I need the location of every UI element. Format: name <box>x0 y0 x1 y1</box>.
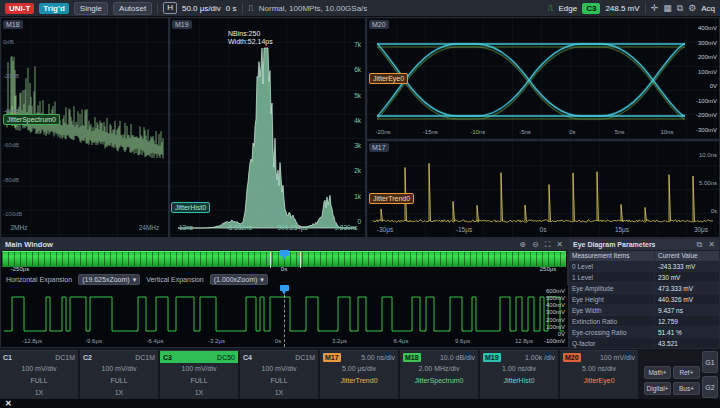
nbins-text: NBins:250 <box>228 30 273 38</box>
acq-button[interactable]: Acq <box>701 4 715 13</box>
eye-parameters-title: Eye Diagram Parameters <box>573 241 656 248</box>
channel-strip-m17[interactable]: M175.00 ns/div5.00 μs/divJitterTrend0 <box>320 350 399 399</box>
channel-strip-c4[interactable]: C4DC1M100 mV/divFULL1X <box>240 350 319 399</box>
panel-tag-m19: M19 <box>172 20 192 29</box>
strip-value: 1X <box>0 387 78 399</box>
trace-name: JitterHist0 <box>480 375 558 387</box>
close-icon[interactable]: ✕ <box>556 240 563 250</box>
strip-value: 2.00 MHz/div <box>400 363 478 375</box>
strip-value <box>560 387 638 399</box>
zoom-center-marker[interactable] <box>280 285 289 291</box>
fit-icon[interactable]: ⛶ <box>545 240 551 250</box>
table-row[interactable]: Eye Width9.437 ns <box>569 305 719 316</box>
channel-coupling: 10.0 dB/div <box>440 354 475 361</box>
trigger-type[interactable]: Edge <box>558 4 577 13</box>
jitter-spectrum-panel: M18 0dB-20dB-40dB-60dB-80dB-100dB 2MHz24… <box>0 17 169 238</box>
trace-label-chip[interactable]: JitterSpectrum0 <box>3 114 60 125</box>
spectrum-waveform <box>1 18 168 237</box>
strip-value: 100 mV/div <box>160 363 238 375</box>
ref-add-button[interactable]: Ref+ <box>673 366 700 379</box>
strip-value: 100 mV/div <box>0 363 78 375</box>
measurement-item: Q-factor <box>569 338 655 348</box>
channel-coupling: DC50 <box>217 354 235 361</box>
measurement-value: 9.437 ns <box>655 305 719 315</box>
table-row[interactable]: Q-factor43.521 <box>569 338 719 349</box>
channel-strip-c1[interactable]: C1DC1M100 mV/divFULL1X <box>0 350 79 399</box>
digital-add-button[interactable]: Digital+ <box>644 382 671 395</box>
measurement-item: 1 Level <box>569 272 655 282</box>
horizontal-scale[interactable]: 50.0 μs/div <box>182 4 221 13</box>
zoom-region-right-handle[interactable] <box>300 252 301 268</box>
horizontal-offset[interactable]: 0 s <box>226 4 237 13</box>
display-icon[interactable]: ▦ <box>663 2 672 14</box>
trigger-source-badge[interactable]: C3 <box>582 3 600 14</box>
strip-header: M191.00k /div <box>480 351 558 363</box>
strip-header: C4DC1M <box>240 351 318 363</box>
strip-value: 1X <box>240 387 318 399</box>
zoom-region-marker[interactable] <box>280 250 289 256</box>
autoset-button[interactable]: Autoset <box>113 2 152 15</box>
footer-bar: ✕ <box>0 399 720 408</box>
trace-name: JitterSpectrum0 <box>400 375 478 387</box>
channel-coupling: 5.00 ns/div <box>361 354 395 361</box>
zoom-in-icon[interactable]: ⊕ <box>519 240 526 250</box>
strip-header: M1810.0 dB/div <box>400 351 478 363</box>
zoom-region-left-handle[interactable] <box>270 252 271 268</box>
quick-menu-x-icon[interactable]: ✕ <box>5 399 12 408</box>
group-tab-g1[interactable]: G1 <box>702 351 718 373</box>
channel-coupling: DC1M <box>295 354 315 361</box>
cursor-icon[interactable]: ✛ <box>651 2 659 14</box>
strip-value: 5.00 ns/div <box>560 363 638 375</box>
strip-value: 100 mV/div <box>240 363 318 375</box>
strip-value <box>400 387 478 399</box>
zoom-out-icon[interactable]: ⊖ <box>532 240 539 250</box>
strip-value: FULL <box>240 375 318 387</box>
column-measurement-items: Measurement Items <box>569 251 655 261</box>
settings-icon[interactable]: ⚙ <box>688 2 696 14</box>
table-row[interactable]: Eye Height440.326 mV <box>569 294 719 305</box>
measurement-item: Extinction Ratio <box>569 316 655 326</box>
trigger-level[interactable]: 248.5 mV <box>605 4 639 13</box>
group-tab-g2[interactable]: G2 <box>702 376 718 398</box>
jitter-histogram-panel: M19 NBins:250 Width:52.14ps 7k6k5k4k3k2k… <box>169 17 366 238</box>
channel-coupling: DC1M <box>55 354 75 361</box>
trace-label-chip[interactable]: JitterTrend0 <box>369 193 414 204</box>
horizontal-expansion-dropdown[interactable]: (19.625xZoom) ▾ <box>78 274 140 285</box>
strip-header: C1DC1M <box>0 351 78 363</box>
table-header-row: Measurement Items Current Value <box>569 251 719 261</box>
channel-strip-m18[interactable]: M1810.0 dB/div2.00 MHz/divJitterSpectrum… <box>400 350 479 399</box>
trace-label-chip[interactable]: JitterHist0 <box>171 202 210 213</box>
table-row[interactable]: 0 Level-243.333 mV <box>569 261 719 272</box>
trace-label-chip[interactable]: JitterEye0 <box>369 73 408 84</box>
channel-strip-bar: C1DC1M100 mV/divFULL1XC2DC1M100 mV/divFU… <box>0 350 640 399</box>
strip-value <box>480 387 558 399</box>
measurement-value: 12.759 <box>655 316 719 326</box>
chevron-down-icon: ▾ <box>260 275 264 284</box>
vertical-expansion-label: Vertical Expansion <box>146 276 204 283</box>
channel-strip-m19[interactable]: M191.00k /div1.00 ns/divJitterHist0 <box>480 350 559 399</box>
math-add-button[interactable]: Math+ <box>644 366 671 379</box>
channel-coupling: 1.00k /div <box>525 354 555 361</box>
table-row[interactable]: Extinction Ratio12.759 <box>569 316 719 327</box>
overview-time-label: 0s <box>281 266 287 273</box>
panel-tag-m17: M17 <box>369 143 389 152</box>
table-row[interactable]: Eye-crossing Ratio51.41 % <box>569 327 719 338</box>
single-button[interactable]: Single <box>74 2 108 15</box>
zoom-window[interactable]: 600mV500mV400mV300mV200mV100mV0V-100mV -… <box>2 285 568 347</box>
table-row[interactable]: 1 Level230 mV <box>569 272 719 283</box>
divider <box>157 3 158 14</box>
close-icon[interactable]: ✕ <box>708 240 715 250</box>
channel-strip-m20[interactable]: M20100 mV/div5.00 ns/divJitterEye0 <box>560 350 639 399</box>
bus-add-button[interactable]: Bus+ <box>673 382 700 395</box>
channel-name: C1 <box>3 353 12 362</box>
trace-name: JitterTrend0 <box>320 375 398 387</box>
trend-waveform <box>367 141 719 237</box>
save-icon[interactable]: ⧉ <box>677 2 683 14</box>
table-row[interactable]: Eye Amplitude473.333 mV <box>569 283 719 294</box>
channel-strip-c2[interactable]: C2DC1M100 mV/divFULL1X <box>80 350 159 399</box>
copy-icon[interactable]: ⧉ <box>697 240 703 250</box>
horizontal-menu-button[interactable]: H <box>163 2 177 14</box>
vertical-expansion-dropdown[interactable]: (1.000xZoom) ▾ <box>210 274 268 285</box>
trace-name: JitterEye0 <box>560 375 638 387</box>
channel-strip-c3[interactable]: C3DC50100 mV/divFULL1X <box>160 350 239 399</box>
